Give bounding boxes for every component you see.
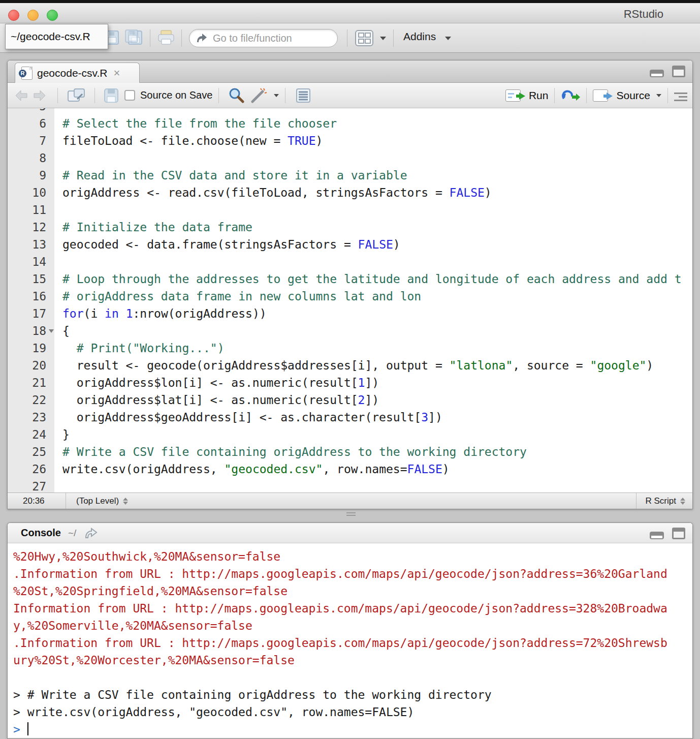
toolbar-separator (347, 29, 347, 47)
console-title: Console (21, 527, 61, 539)
code-line[interactable]: 27 (8, 478, 692, 494)
code-line[interactable]: 21 origAddress$lon[i] <- as.numeric(resu… (8, 374, 692, 391)
minimize-pane-icon[interactable] (650, 70, 664, 77)
editor-tab-title: geocode-csv.R (37, 67, 108, 79)
code-line[interactable]: 10origAddress <- read.csv(fileToLoad, st… (8, 184, 692, 201)
line-number: 16 (8, 288, 54, 305)
window-zoom-button[interactable] (47, 10, 58, 21)
window-minimize-button[interactable] (27, 10, 39, 21)
code-line[interactable]: 24} (8, 426, 692, 443)
go-to-directory-icon[interactable] (84, 527, 98, 539)
minimize-pane-icon[interactable] (650, 532, 664, 539)
addins-menu[interactable]: Addins (403, 30, 436, 43)
code-text: origAddress$lon[i] <- as.numeric(result[… (54, 374, 379, 391)
goto-file-search[interactable]: Go to file/function (189, 29, 338, 47)
code-line[interactable]: 16# origAddress data frame in new column… (8, 288, 692, 305)
compile-report-icon[interactable] (295, 88, 312, 103)
line-number: 5 (8, 108, 54, 115)
window-titlebar: RStudio (0, 3, 700, 23)
code-line[interactable]: 6# Select the file from the file chooser (8, 115, 692, 132)
code-tools-caret-icon[interactable] (274, 94, 279, 97)
line-number: 19 (8, 340, 54, 357)
console-prompt-line[interactable]: > (13, 721, 692, 738)
code-text (54, 478, 62, 494)
rerun-icon[interactable] (561, 88, 580, 103)
editor-tab[interactable]: R geocode-csv.R × (15, 63, 140, 83)
code-text: for(i in 1:nrow(origAddress)) (54, 305, 267, 322)
maximize-pane-icon[interactable] (672, 66, 685, 77)
pane-layout-caret-icon[interactable] (380, 37, 386, 40)
toolbar-separator (181, 29, 182, 47)
code-line[interactable]: 18{ (8, 322, 692, 340)
code-line[interactable]: 26write.csv(origAddress, "geocoded.csv",… (8, 460, 692, 478)
maximize-pane-icon[interactable] (672, 528, 685, 539)
code-line[interactable]: 5 (8, 108, 692, 115)
code-line[interactable]: 12# Initialize the data frame (8, 219, 692, 236)
addins-caret-icon[interactable] (445, 37, 451, 40)
code-line[interactable]: 9# Read in the CSV data and store it in … (8, 167, 692, 184)
code-text: origAddress <- read.csv(fileToLoad, stri… (54, 184, 492, 201)
source-editor-pane: R geocode-csv.R × Source on Sa (7, 60, 693, 509)
console-output[interactable]: %20Hwy,%20Southwick,%20MA&sensor=false.I… (8, 543, 692, 738)
code-tools-wand-icon[interactable] (250, 87, 268, 104)
source-caret-icon[interactable] (656, 94, 661, 97)
console-error-line: ury%20St,%20Worcester,%20MA&sensor=false (13, 652, 692, 669)
code-text: # origAddress data frame in new columns … (54, 288, 421, 305)
code-line[interactable]: 8 (8, 149, 692, 167)
file-type-updown-icon[interactable] (680, 498, 685, 505)
code-line[interactable]: 22 origAddress$lat[i] <- as.numeric(resu… (8, 391, 692, 409)
code-text: # Print("Working...") (54, 340, 225, 357)
source-label: Source (616, 89, 650, 102)
line-number: 25 (8, 443, 54, 460)
code-line[interactable]: 13geocoded <- data.frame(stringsAsFactor… (8, 236, 692, 253)
scope-updown-icon[interactable] (123, 498, 128, 505)
code-line[interactable]: 20 result <- geocode(origAddress$address… (8, 357, 692, 374)
code-line[interactable]: 19 # Print("Working...") (8, 340, 692, 357)
back-icon[interactable] (15, 89, 28, 102)
code-line[interactable]: 25# Write a CSV file containing origAddr… (8, 443, 692, 460)
line-number: 26 (8, 460, 54, 478)
line-number: 18 (8, 322, 54, 340)
line-number: 15 (8, 270, 54, 288)
line-number: 22 (8, 391, 54, 409)
scope-selector[interactable]: (Top Level) (76, 496, 119, 506)
fold-arrow-icon[interactable] (49, 329, 54, 333)
line-number: 24 (8, 426, 54, 443)
line-number: 21 (8, 374, 54, 391)
code-line[interactable]: 23 origAddress$geoAddress[i] <- as.chara… (8, 409, 692, 426)
editor-tab-strip: R geocode-csv.R × (8, 60, 692, 83)
source-button[interactable]: Source (593, 89, 661, 102)
code-line[interactable]: 11 (8, 201, 692, 219)
line-number: 14 (8, 253, 54, 270)
tab-close-icon[interactable]: × (114, 68, 120, 78)
source-on-save-label: Source on Save (140, 89, 212, 101)
code-line[interactable]: 17for(i in 1:nrow(origAddress)) (8, 305, 692, 322)
pane-layout-icon[interactable] (354, 29, 374, 47)
toolbar-separator (150, 29, 150, 47)
code-editor[interactable]: 56# Select the file from the file choose… (8, 108, 692, 494)
code-line[interactable]: 15# Loop through the addresses to get th… (8, 270, 692, 288)
line-number: 27 (8, 478, 54, 494)
console-prompt: > (13, 723, 20, 736)
console-pane: Console ~/ %20Hwy,%20Southwick,%20MA&sen… (7, 522, 693, 739)
find-icon[interactable] (228, 87, 244, 104)
forward-icon[interactable] (33, 89, 46, 102)
source-on-save-checkbox[interactable] (124, 90, 135, 101)
document-outline-icon[interactable] (674, 90, 687, 101)
code-line[interactable]: 14 (8, 253, 692, 270)
r-script-file-icon: R (21, 67, 33, 80)
console-error-line: %20St,%20Springfield,%20MA&sensor=false (13, 582, 692, 600)
console-header[interactable]: Console ~/ (8, 523, 692, 543)
line-number: 13 (8, 236, 54, 253)
print-icon[interactable] (157, 30, 175, 45)
code-text: # Write a CSV file containing origAddres… (54, 443, 527, 460)
statusbar-separator (636, 493, 637, 509)
line-number: 17 (8, 305, 54, 322)
window-close-button[interactable] (8, 10, 19, 21)
save-icon[interactable] (104, 88, 118, 103)
code-line[interactable]: 7fileToLoad <- file.choose(new = TRUE) (8, 132, 692, 149)
file-type-selector[interactable]: R Script (646, 496, 676, 506)
run-button[interactable]: Run (505, 89, 549, 102)
pane-resize-handle[interactable] (346, 512, 356, 516)
open-in-new-window-icon[interactable] (67, 88, 85, 103)
